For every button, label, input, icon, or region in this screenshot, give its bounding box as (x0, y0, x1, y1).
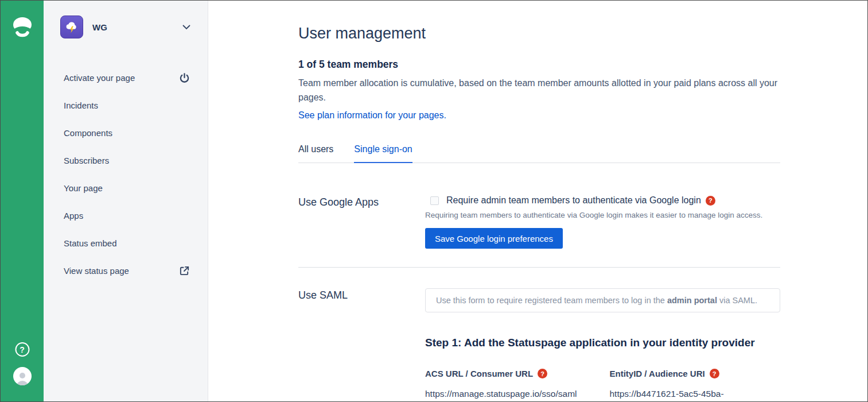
saml-placeholder-bold: admin portal (667, 296, 717, 305)
entity-id-column: EntityID / Audience URI ? https://b44716… (610, 369, 781, 401)
entity-id-help-icon[interactable]: ? (710, 369, 719, 378)
sidebar-item-status-embed[interactable]: Status embed (44, 229, 208, 257)
tab-single-sign-on[interactable]: Single sign-on (354, 144, 412, 163)
saml-form-input[interactable]: Use this form to require registered team… (425, 288, 780, 312)
team-member-description: Team member allocation is cumulative, ba… (298, 76, 780, 105)
sidebar-item-activate-your-page[interactable]: Activate your page (44, 64, 208, 91)
saml-section-label: Use SAML (298, 288, 425, 312)
sidebar-item-label: Status embed (64, 238, 190, 248)
external-link-icon (179, 265, 190, 276)
acs-url-value: https://manage.statuspage.io/sso/saml (425, 389, 596, 399)
help-icon[interactable]: ? (15, 342, 29, 357)
acs-url-column: ACS URL / Consumer URL ? https://manage.… (425, 369, 596, 401)
saml-placeholder-prefix: Use this form to require registered team… (436, 296, 665, 305)
saml-section: Use SAML Use this form to require regist… (298, 288, 780, 312)
require-google-login-checkbox[interactable] (430, 196, 439, 205)
sidebar-item-subscribers[interactable]: Subscribers (44, 146, 208, 174)
require-google-login-label: Require admin team members to authentica… (446, 195, 701, 206)
sidebar-item-incidents[interactable]: Incidents (44, 91, 208, 119)
power-icon (179, 72, 190, 83)
plan-information-link[interactable]: See plan information for your pages. (298, 108, 446, 122)
saml-placeholder-suffix: via SAML. (719, 296, 757, 305)
user-management-tabs: All users Single sign-on (298, 144, 780, 163)
avatar[interactable] (13, 367, 32, 385)
sidebar-item-label: Activate your page (64, 73, 179, 83)
google-login-helper-text: Requiring team members to authenticate v… (425, 211, 780, 219)
sidebar-item-label: View status page (64, 266, 179, 276)
sidebar-item-label: Components (64, 128, 190, 138)
sidebar-item-apps[interactable]: Apps (44, 202, 208, 229)
org-label: WG (92, 22, 182, 32)
acs-url-help-icon[interactable]: ? (538, 369, 547, 378)
statuspage-app-window: ? WG Activate your page (0, 0, 868, 402)
page-title: User management (298, 25, 780, 42)
sidebar-item-label: Subscribers (64, 156, 190, 165)
acs-url-header: ACS URL / Consumer URL (425, 369, 533, 378)
green-rail: ? (1, 1, 44, 401)
google-login-help-icon[interactable]: ? (706, 196, 715, 206)
team-member-count: 1 of 5 team members (298, 57, 780, 71)
sidebar-item-your-page[interactable]: Your page (44, 174, 208, 202)
chevron-down-icon[interactable] (182, 25, 190, 30)
saml-step1-title: Step 1: Add the Statuspage application i… (425, 337, 780, 349)
sidebar: WG Activate your page Incidents Componen… (44, 1, 208, 401)
sidebar-item-view-status-page[interactable]: View status page (44, 257, 208, 284)
saml-step1: Step 1: Add the Statuspage application i… (425, 337, 780, 401)
google-apps-section: Use Google Apps Require admin team membe… (298, 195, 780, 249)
entity-id-header: EntityID / Audience URI (610, 369, 705, 378)
sidebar-nav: Activate your page Incidents Components … (44, 64, 208, 284)
section-divider (298, 267, 780, 268)
google-apps-section-label: Use Google Apps (298, 195, 425, 249)
sidebar-item-label: Incidents (64, 100, 190, 110)
entity-id-value: https://b4471621-5ac5-45ba- (610, 389, 781, 399)
tab-all-users[interactable]: All users (298, 144, 333, 163)
save-google-login-preferences-button[interactable]: Save Google login preferences (425, 228, 563, 249)
org-switcher[interactable]: WG (44, 16, 208, 38)
main-content: User management 1 of 5 team members Team… (208, 1, 867, 401)
sidebar-item-label: Your page (64, 183, 190, 193)
sidebar-item-label: Apps (64, 211, 190, 221)
org-cloud-icon (60, 16, 83, 38)
statuspage-logo-icon[interactable] (11, 17, 34, 38)
sidebar-item-components[interactable]: Components (44, 119, 208, 146)
